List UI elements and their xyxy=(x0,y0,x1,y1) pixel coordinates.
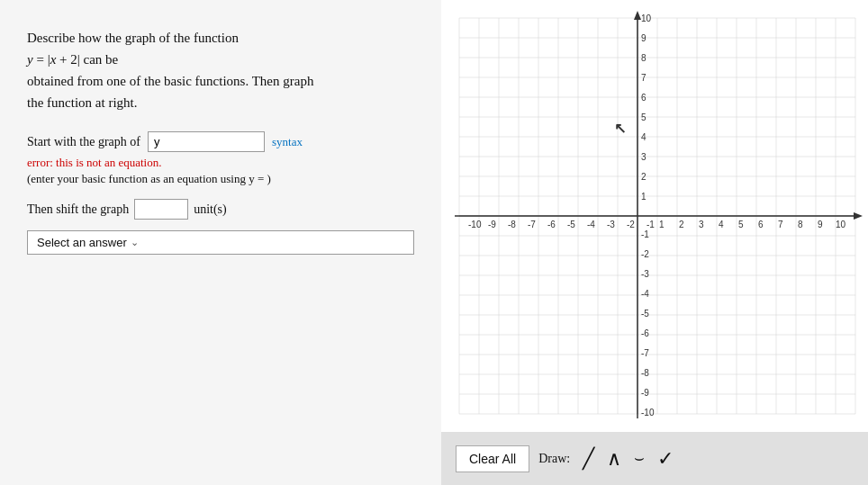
svg-text:8: 8 xyxy=(798,220,803,229)
svg-text:-10: -10 xyxy=(468,220,482,229)
svg-text:-8: -8 xyxy=(508,220,516,229)
svg-text:4: 4 xyxy=(719,220,724,229)
svg-text:5: 5 xyxy=(641,112,646,122)
graph-area: .grid-minor { stroke: #ccc; stroke-width… xyxy=(441,0,868,432)
svg-text:-1: -1 xyxy=(646,220,655,229)
shift-label: Then shift the graph xyxy=(27,202,129,217)
problem-line1: Describe how the graph of the function xyxy=(27,31,239,45)
svg-text:-6: -6 xyxy=(641,328,649,338)
select-answer-button[interactable]: Select an answer ⌄ xyxy=(27,230,414,255)
svg-text:7: 7 xyxy=(641,73,646,83)
start-graph-row: Start with the graph of syntax xyxy=(27,131,414,152)
svg-text:-8: -8 xyxy=(641,368,649,378)
svg-text:2: 2 xyxy=(641,172,646,182)
svg-text:-7: -7 xyxy=(641,348,649,358)
svg-text:4: 4 xyxy=(641,132,646,142)
shift-input[interactable] xyxy=(134,199,188,220)
problem-line2: y = |x + 2| can be xyxy=(27,52,118,67)
draw-label: Draw: xyxy=(538,452,570,466)
problem-description: Describe how the graph of the function y… xyxy=(27,27,414,113)
svg-text:7: 7 xyxy=(778,220,783,229)
svg-text:9: 9 xyxy=(818,220,823,229)
svg-text:-9: -9 xyxy=(488,220,496,229)
svg-text:-6: -6 xyxy=(547,220,556,229)
right-panel: .grid-minor { stroke: #ccc; stroke-width… xyxy=(441,0,868,485)
svg-text:1: 1 xyxy=(641,192,646,202)
svg-text:-5: -5 xyxy=(567,220,575,229)
svg-text:-10: -10 xyxy=(641,408,655,418)
svg-text:-4: -4 xyxy=(641,289,649,299)
coordinate-graph: .grid-minor { stroke: #ccc; stroke-width… xyxy=(441,0,868,432)
start-label: Start with the graph of xyxy=(27,135,140,149)
error-text: error: this is not an equation. xyxy=(27,156,414,170)
svg-text:-2: -2 xyxy=(627,220,635,229)
syntax-label: syntax xyxy=(272,135,303,149)
problem-line3: obtained from one of the basic functions… xyxy=(27,74,313,88)
problem-line4: the function at right. xyxy=(27,95,137,110)
svg-text:1: 1 xyxy=(659,220,665,229)
svg-text:5: 5 xyxy=(738,220,744,229)
svg-text:-5: -5 xyxy=(641,309,649,319)
shift-row: Then shift the graph unit(s) xyxy=(27,199,414,220)
svg-text:6: 6 xyxy=(758,220,764,229)
svg-text:-9: -9 xyxy=(641,388,649,398)
svg-text:-3: -3 xyxy=(607,220,615,229)
valley-tool-button[interactable]: ⌣ xyxy=(630,447,648,470)
left-panel: Describe how the graph of the function y… xyxy=(0,0,441,485)
clear-all-button[interactable]: Clear All xyxy=(456,445,529,472)
svg-text:3: 3 xyxy=(699,220,704,229)
draw-tools: ╱ ∧ ⌣ ✓ xyxy=(579,445,677,472)
svg-text:10: 10 xyxy=(836,220,846,229)
svg-text:-2: -2 xyxy=(641,249,649,259)
hint-text: (enter your basic function as an equatio… xyxy=(27,172,414,186)
select-answer-label: Select an answer xyxy=(37,236,127,249)
chevron-down-icon: ⌄ xyxy=(131,237,139,248)
start-graph-input[interactable] xyxy=(148,131,265,152)
svg-text:8: 8 xyxy=(641,53,646,63)
svg-text:-3: -3 xyxy=(641,269,649,279)
unit-label: unit(s) xyxy=(194,202,227,217)
svg-text:10: 10 xyxy=(641,13,652,23)
bottom-bar: Clear All Draw: ╱ ∧ ⌣ ✓ xyxy=(441,432,868,485)
svg-text:6: 6 xyxy=(641,93,646,103)
svg-text:-4: -4 xyxy=(587,220,595,229)
svg-text:3: 3 xyxy=(641,152,646,162)
svg-text:2: 2 xyxy=(679,220,684,229)
svg-text:-1: -1 xyxy=(641,229,649,239)
line-tool-button[interactable]: ╱ xyxy=(579,445,598,472)
svg-text:9: 9 xyxy=(641,33,646,43)
peak-tool-button[interactable]: ∧ xyxy=(603,445,625,472)
svg-text:-7: -7 xyxy=(528,220,536,229)
check-tool-button[interactable]: ✓ xyxy=(654,445,677,472)
svg-text:↖: ↖ xyxy=(614,121,626,136)
